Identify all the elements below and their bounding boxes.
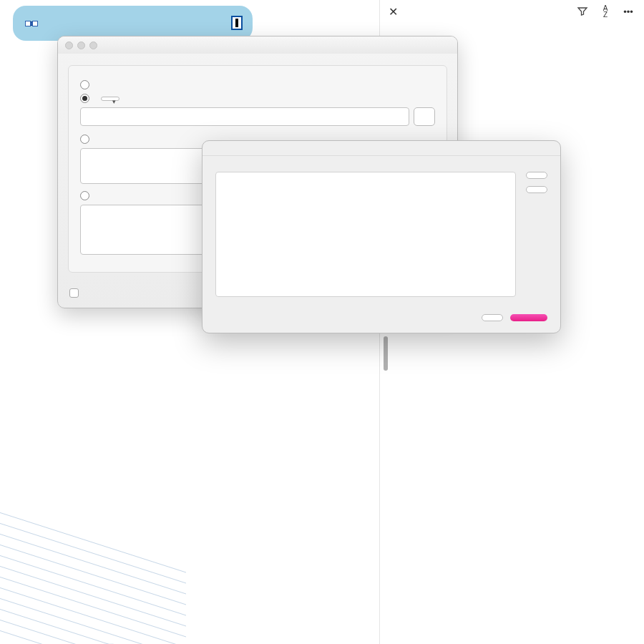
svg-line-8 [0,594,186,644]
field-selection-dialog [202,140,561,333]
svg-line-9 [0,605,186,644]
scrollbar-thumb[interactable] [384,336,388,371]
radio-not-calculated[interactable] [80,80,89,89]
cancel-button[interactable] [482,314,503,321]
radio-custom-script[interactable] [80,191,89,200]
sort-az-icon[interactable]: AZ [598,4,613,19]
field-checkbox-list[interactable] [215,172,516,297]
select-all-button[interactable] [526,172,547,179]
svg-line-0 [0,508,186,572]
deselect-all-button[interactable] [526,186,547,193]
svg-line-6 [0,572,186,637]
close-icon[interactable]: ✕ [389,5,398,19]
more-icon[interactable]: ••• [621,4,635,19]
dialog-tabs [58,54,457,65]
decorative-lines [0,487,186,644]
dialog-titlebar[interactable] [58,36,457,54]
svg-line-10 [0,615,186,644]
svg-line-11 [0,626,186,644]
svg-line-1 [0,519,186,583]
svg-line-5 [0,562,186,626]
filter-icon[interactable] [575,4,590,19]
radio-value-is-the[interactable] [80,94,89,103]
svg-line-2 [0,530,186,594]
score-field[interactable] [27,21,36,26]
radio-simplified[interactable] [80,135,89,144]
svg-line-4 [0,551,186,615]
aggregate-select[interactable] [101,97,119,101]
fields-input[interactable] [80,107,409,126]
window-controls[interactable] [65,42,97,49]
locked-checkbox[interactable] [69,288,79,298]
dialog-title [203,141,560,156]
pick-button[interactable] [414,107,435,126]
svg-line-3 [0,540,186,605]
reset-form-button[interactable] [231,16,243,30]
svg-line-7 [0,583,186,644]
ok-button[interactable] [510,314,547,321]
